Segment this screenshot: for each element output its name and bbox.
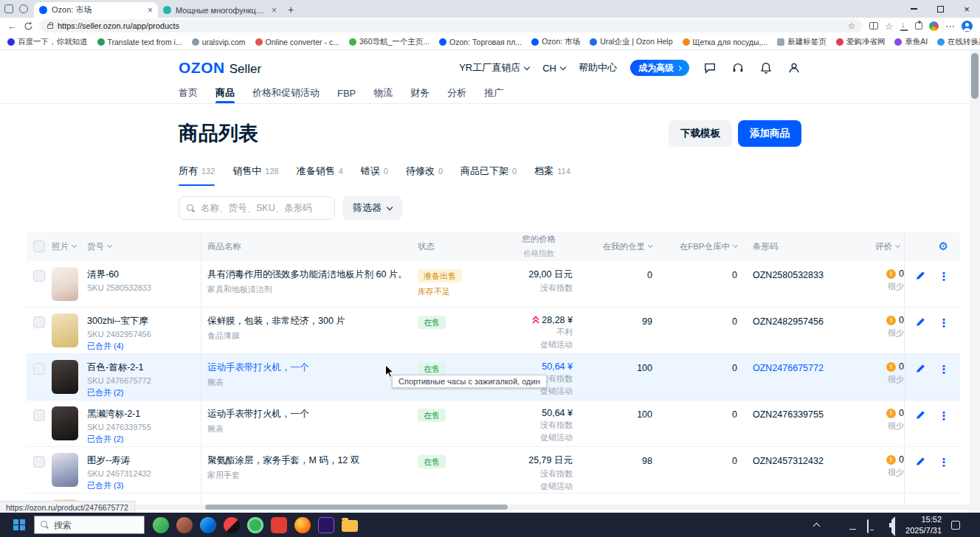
filter-unlisted[interactable]: 商品已下架0 (460, 164, 517, 186)
row-menu-button[interactable] (939, 363, 950, 400)
column-rating[interactable]: 评价 (871, 232, 904, 261)
row-menu-button[interactable] (939, 316, 950, 353)
ozon-seller-logo[interactable]: OZON Seller (179, 59, 261, 77)
product-name[interactable]: 保鲜膜，包装，非常经济，300 片 (207, 315, 412, 328)
nav-home[interactable]: 首页 (179, 83, 198, 103)
account-icon[interactable] (787, 60, 801, 75)
bookmark[interactable]: 360导航_一个主页... (349, 37, 429, 47)
split-screen-icon[interactable] (869, 22, 878, 30)
merged-link[interactable]: 已合并 (3) (87, 480, 201, 491)
window-maximize-button[interactable] (927, 0, 953, 18)
taskbar-app-icon-3[interactable] (224, 517, 240, 533)
tray-overflow-icon[interactable] (813, 523, 821, 530)
table-row[interactable]: 图岁--寿涛 SKU 2457312432 已合并 (3) 聚氨酯涂层，家务手套… (27, 447, 960, 493)
product-name[interactable]: 聚氨酯涂层，家务手套，M 码，12 双 (207, 454, 412, 467)
browser-tab-inactive[interactable]: Мощные многофункциональны... (158, 2, 282, 18)
taskbar-app-icon-1[interactable] (153, 517, 169, 533)
row-checkbox[interactable] (33, 456, 45, 468)
merged-link[interactable]: 已合并 (2) (87, 387, 201, 398)
edit-button[interactable] (916, 363, 925, 400)
table-row[interactable]: 300zhi--宝下摩 SKU 2482957456 已合并 (4) 保鲜膜，包… (27, 308, 960, 354)
vertical-scrollbar-thumb[interactable] (971, 53, 979, 99)
column-code[interactable]: 货号 (87, 232, 201, 261)
edit-button[interactable] (916, 270, 925, 307)
row-menu-button[interactable] (939, 409, 950, 446)
vertical-scrollbar[interactable] (970, 50, 980, 513)
nav-products[interactable]: 商品 (215, 83, 235, 103)
nav-analytics[interactable]: 分析 (447, 83, 466, 103)
nav-pricing-promos[interactable]: 价格和促销活动 (252, 83, 320, 103)
new-tab-button[interactable] (282, 4, 300, 18)
store-selector[interactable]: YR工厂直销店 (459, 61, 529, 75)
column-my-stock[interactable]: 在我的仓里 (577, 232, 657, 261)
profile-avatar[interactable] (962, 21, 973, 32)
language-selector[interactable]: CH (542, 63, 565, 74)
bookmark[interactable]: Ozon: 市场 (531, 37, 580, 47)
start-button[interactable] (4, 513, 34, 537)
notifications-bell-icon[interactable] (759, 60, 773, 75)
filter-all[interactable]: 所有132 (179, 164, 215, 186)
bookmark[interactable]: 章鱼AI (894, 37, 928, 47)
column-fbp-stock[interactable]: 在FBP仓库中 (657, 232, 742, 261)
file-explorer-icon[interactable] (342, 520, 358, 532)
product-photo[interactable] (52, 267, 78, 301)
bookmark[interactable]: 百度一下，你就知道 (7, 37, 88, 47)
merged-link[interactable]: 已合并 (2) (87, 434, 201, 445)
bookmark[interactable]: 新建标签页 (777, 37, 827, 47)
bookmark[interactable]: 在线转换器 - 免费... (937, 37, 980, 47)
help-center-link[interactable]: 帮助中心 (579, 61, 617, 75)
refresh-button[interactable] (24, 21, 33, 31)
product-name[interactable]: 运动手表带打火机，一个 (207, 408, 412, 420)
filter-errors[interactable]: 错误0 (361, 164, 388, 186)
product-photo[interactable] (52, 453, 78, 487)
premium-button[interactable]: 成为高级 (630, 60, 689, 76)
bookmark[interactable]: 爱购净省网 (836, 37, 886, 47)
url-field[interactable]: https://seller.ozon.ru/app/products (40, 19, 863, 32)
bookmark[interactable]: Щетка для посуды,... (683, 38, 768, 46)
edit-button[interactable] (916, 409, 925, 446)
product-photo[interactable] (52, 360, 78, 394)
edit-button[interactable] (916, 316, 925, 353)
product-search-box[interactable] (179, 196, 335, 220)
tab-search-icon[interactable] (19, 4, 28, 13)
taskbar-app-icon-2[interactable] (176, 517, 193, 533)
favorite-star-icon[interactable] (847, 21, 855, 31)
nav-finance[interactable]: 财务 (410, 83, 429, 103)
nav-logistics[interactable]: 物流 (373, 83, 393, 103)
volume-icon[interactable] (886, 520, 896, 530)
filter-preparing[interactable]: 准备销售4 (297, 164, 343, 186)
nav-promotion[interactable]: 推广 (484, 83, 503, 103)
search-input[interactable] (201, 203, 319, 213)
display-icon[interactable] (867, 520, 877, 530)
table-row[interactable]: 清界-60 SKU 2580532833 具有消毒作用的强效多功能清洁地板片剂 … (27, 261, 960, 308)
barcode-link[interactable]: OZN2476675772 (742, 354, 871, 400)
browser-tab-active[interactable]: Ozon: 市场 (34, 2, 158, 18)
tab-close-icon[interactable] (272, 5, 277, 15)
workspace-icon[interactable] (4, 4, 13, 13)
filter-archive[interactable]: 档案114 (534, 164, 570, 186)
notification-center-icon[interactable] (951, 521, 960, 530)
edit-button[interactable] (916, 456, 925, 493)
bookmark[interactable]: uralsvip.com (192, 38, 246, 46)
filter-needs-fix[interactable]: 待修改0 (406, 164, 443, 186)
premiere-icon[interactable] (318, 517, 334, 533)
download-template-button[interactable]: 下载模板 (669, 120, 732, 147)
row-checkbox[interactable] (33, 409, 45, 421)
product-photo[interactable] (52, 406, 78, 440)
table-settings-icon[interactable] (939, 240, 948, 253)
table-row[interactable]: 黑濑湾标-2-1 SKU 2476339755 已合并 (2) 运动手表带打火机… (27, 401, 960, 447)
product-name-link[interactable]: 运动手表带打火机，一个 (207, 361, 412, 374)
filter-selling[interactable]: 销售中128 (232, 164, 278, 186)
price-link[interactable]: 50,64 ¥ (542, 361, 573, 372)
row-checkbox[interactable] (33, 316, 45, 328)
select-all-checkbox[interactable] (33, 240, 45, 252)
bookmark[interactable]: Translate text from i... (97, 38, 182, 46)
window-close-button[interactable] (953, 0, 980, 18)
nav-fbp[interactable]: FBP (337, 83, 356, 103)
taskbar-clock[interactable]: 15:52 2025/7/31 (905, 514, 942, 536)
taskbar-app-icon-4[interactable] (247, 517, 263, 533)
chat-icon[interactable] (703, 60, 717, 75)
table-row-partial[interactable] (27, 493, 960, 505)
microphone-icon[interactable] (848, 520, 858, 530)
column-photo[interactable]: 照片 (52, 232, 87, 261)
